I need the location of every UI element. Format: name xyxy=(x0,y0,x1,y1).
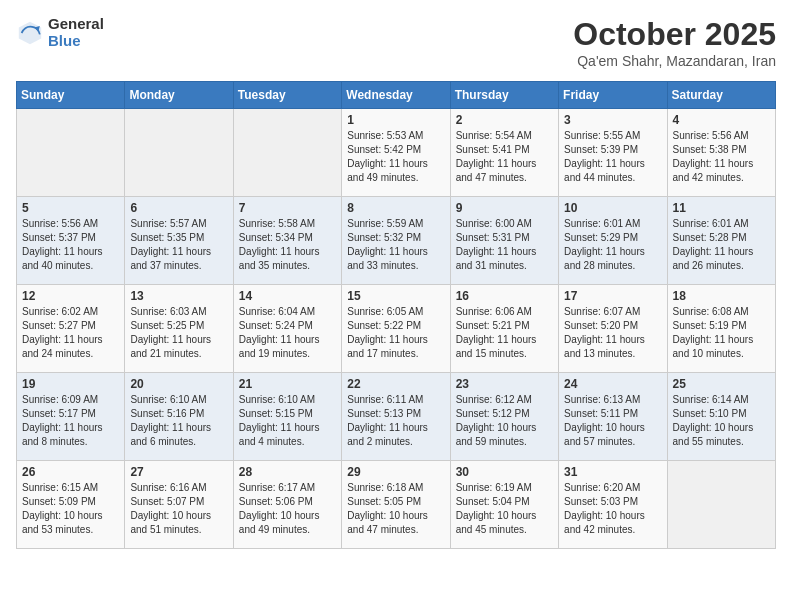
day-number: 30 xyxy=(456,465,553,479)
calendar-cell: 8Sunrise: 5:59 AM Sunset: 5:32 PM Daylig… xyxy=(342,197,450,285)
day-info: Sunrise: 6:17 AM Sunset: 5:06 PM Dayligh… xyxy=(239,481,336,537)
day-number: 18 xyxy=(673,289,770,303)
day-info: Sunrise: 6:07 AM Sunset: 5:20 PM Dayligh… xyxy=(564,305,661,361)
day-info: Sunrise: 6:03 AM Sunset: 5:25 PM Dayligh… xyxy=(130,305,227,361)
day-number: 16 xyxy=(456,289,553,303)
day-number: 3 xyxy=(564,113,661,127)
day-number: 7 xyxy=(239,201,336,215)
calendar-week-row: 19Sunrise: 6:09 AM Sunset: 5:17 PM Dayli… xyxy=(17,373,776,461)
title-block: October 2025 Qa'em Shahr, Mazandaran, Ir… xyxy=(573,16,776,69)
day-info: Sunrise: 6:10 AM Sunset: 5:16 PM Dayligh… xyxy=(130,393,227,449)
weekday-header: Thursday xyxy=(450,82,558,109)
calendar-week-row: 1Sunrise: 5:53 AM Sunset: 5:42 PM Daylig… xyxy=(17,109,776,197)
weekday-header: Monday xyxy=(125,82,233,109)
calendar-cell: 25Sunrise: 6:14 AM Sunset: 5:10 PM Dayli… xyxy=(667,373,775,461)
calendar-cell: 3Sunrise: 5:55 AM Sunset: 5:39 PM Daylig… xyxy=(559,109,667,197)
month-title: October 2025 xyxy=(573,16,776,53)
day-number: 8 xyxy=(347,201,444,215)
calendar-cell: 11Sunrise: 6:01 AM Sunset: 5:28 PM Dayli… xyxy=(667,197,775,285)
calendar-cell: 10Sunrise: 6:01 AM Sunset: 5:29 PM Dayli… xyxy=(559,197,667,285)
calendar-cell: 9Sunrise: 6:00 AM Sunset: 5:31 PM Daylig… xyxy=(450,197,558,285)
day-number: 5 xyxy=(22,201,119,215)
day-number: 27 xyxy=(130,465,227,479)
day-info: Sunrise: 6:15 AM Sunset: 5:09 PM Dayligh… xyxy=(22,481,119,537)
day-info: Sunrise: 6:10 AM Sunset: 5:15 PM Dayligh… xyxy=(239,393,336,449)
calendar-cell: 16Sunrise: 6:06 AM Sunset: 5:21 PM Dayli… xyxy=(450,285,558,373)
calendar-cell: 22Sunrise: 6:11 AM Sunset: 5:13 PM Dayli… xyxy=(342,373,450,461)
day-number: 13 xyxy=(130,289,227,303)
day-number: 28 xyxy=(239,465,336,479)
calendar-cell: 17Sunrise: 6:07 AM Sunset: 5:20 PM Dayli… xyxy=(559,285,667,373)
day-number: 15 xyxy=(347,289,444,303)
day-number: 21 xyxy=(239,377,336,391)
calendar-cell: 21Sunrise: 6:10 AM Sunset: 5:15 PM Dayli… xyxy=(233,373,341,461)
day-info: Sunrise: 5:55 AM Sunset: 5:39 PM Dayligh… xyxy=(564,129,661,185)
day-info: Sunrise: 6:14 AM Sunset: 5:10 PM Dayligh… xyxy=(673,393,770,449)
weekday-header: Wednesday xyxy=(342,82,450,109)
logo-blue-text: Blue xyxy=(48,33,104,50)
calendar-week-row: 12Sunrise: 6:02 AM Sunset: 5:27 PM Dayli… xyxy=(17,285,776,373)
weekday-header: Friday xyxy=(559,82,667,109)
calendar-cell: 20Sunrise: 6:10 AM Sunset: 5:16 PM Dayli… xyxy=(125,373,233,461)
day-number: 2 xyxy=(456,113,553,127)
day-info: Sunrise: 5:56 AM Sunset: 5:37 PM Dayligh… xyxy=(22,217,119,273)
day-info: Sunrise: 6:11 AM Sunset: 5:13 PM Dayligh… xyxy=(347,393,444,449)
day-number: 10 xyxy=(564,201,661,215)
calendar-cell: 30Sunrise: 6:19 AM Sunset: 5:04 PM Dayli… xyxy=(450,461,558,549)
calendar-week-row: 5Sunrise: 5:56 AM Sunset: 5:37 PM Daylig… xyxy=(17,197,776,285)
day-info: Sunrise: 6:06 AM Sunset: 5:21 PM Dayligh… xyxy=(456,305,553,361)
day-info: Sunrise: 5:56 AM Sunset: 5:38 PM Dayligh… xyxy=(673,129,770,185)
day-number: 31 xyxy=(564,465,661,479)
day-number: 1 xyxy=(347,113,444,127)
day-info: Sunrise: 6:20 AM Sunset: 5:03 PM Dayligh… xyxy=(564,481,661,537)
day-info: Sunrise: 5:54 AM Sunset: 5:41 PM Dayligh… xyxy=(456,129,553,185)
logo-icon xyxy=(16,19,44,47)
day-number: 17 xyxy=(564,289,661,303)
day-info: Sunrise: 5:53 AM Sunset: 5:42 PM Dayligh… xyxy=(347,129,444,185)
day-info: Sunrise: 6:18 AM Sunset: 5:05 PM Dayligh… xyxy=(347,481,444,537)
calendar-cell: 28Sunrise: 6:17 AM Sunset: 5:06 PM Dayli… xyxy=(233,461,341,549)
day-info: Sunrise: 6:12 AM Sunset: 5:12 PM Dayligh… xyxy=(456,393,553,449)
calendar-cell: 23Sunrise: 6:12 AM Sunset: 5:12 PM Dayli… xyxy=(450,373,558,461)
location-subtitle: Qa'em Shahr, Mazandaran, Iran xyxy=(573,53,776,69)
day-info: Sunrise: 6:02 AM Sunset: 5:27 PM Dayligh… xyxy=(22,305,119,361)
calendar-cell: 14Sunrise: 6:04 AM Sunset: 5:24 PM Dayli… xyxy=(233,285,341,373)
day-number: 23 xyxy=(456,377,553,391)
day-number: 20 xyxy=(130,377,227,391)
calendar-week-row: 26Sunrise: 6:15 AM Sunset: 5:09 PM Dayli… xyxy=(17,461,776,549)
day-info: Sunrise: 6:01 AM Sunset: 5:28 PM Dayligh… xyxy=(673,217,770,273)
calendar-cell: 15Sunrise: 6:05 AM Sunset: 5:22 PM Dayli… xyxy=(342,285,450,373)
day-number: 4 xyxy=(673,113,770,127)
calendar-cell: 27Sunrise: 6:16 AM Sunset: 5:07 PM Dayli… xyxy=(125,461,233,549)
day-info: Sunrise: 6:04 AM Sunset: 5:24 PM Dayligh… xyxy=(239,305,336,361)
day-info: Sunrise: 5:59 AM Sunset: 5:32 PM Dayligh… xyxy=(347,217,444,273)
calendar-cell: 29Sunrise: 6:18 AM Sunset: 5:05 PM Dayli… xyxy=(342,461,450,549)
logo-general-text: General xyxy=(48,16,104,33)
calendar-cell: 13Sunrise: 6:03 AM Sunset: 5:25 PM Dayli… xyxy=(125,285,233,373)
day-number: 29 xyxy=(347,465,444,479)
calendar-cell: 26Sunrise: 6:15 AM Sunset: 5:09 PM Dayli… xyxy=(17,461,125,549)
logo-text: General Blue xyxy=(48,16,104,49)
weekday-header: Saturday xyxy=(667,82,775,109)
weekday-header: Sunday xyxy=(17,82,125,109)
logo: General Blue xyxy=(16,16,104,49)
calendar-cell: 1Sunrise: 5:53 AM Sunset: 5:42 PM Daylig… xyxy=(342,109,450,197)
calendar-cell: 12Sunrise: 6:02 AM Sunset: 5:27 PM Dayli… xyxy=(17,285,125,373)
calendar-cell: 19Sunrise: 6:09 AM Sunset: 5:17 PM Dayli… xyxy=(17,373,125,461)
day-number: 11 xyxy=(673,201,770,215)
calendar-cell: 5Sunrise: 5:56 AM Sunset: 5:37 PM Daylig… xyxy=(17,197,125,285)
calendar-cell: 18Sunrise: 6:08 AM Sunset: 5:19 PM Dayli… xyxy=(667,285,775,373)
day-number: 24 xyxy=(564,377,661,391)
day-number: 22 xyxy=(347,377,444,391)
day-number: 14 xyxy=(239,289,336,303)
day-info: Sunrise: 6:19 AM Sunset: 5:04 PM Dayligh… xyxy=(456,481,553,537)
day-info: Sunrise: 6:00 AM Sunset: 5:31 PM Dayligh… xyxy=(456,217,553,273)
day-number: 9 xyxy=(456,201,553,215)
calendar-header-row: SundayMondayTuesdayWednesdayThursdayFrid… xyxy=(17,82,776,109)
day-number: 26 xyxy=(22,465,119,479)
day-info: Sunrise: 6:05 AM Sunset: 5:22 PM Dayligh… xyxy=(347,305,444,361)
calendar-cell xyxy=(667,461,775,549)
day-info: Sunrise: 6:16 AM Sunset: 5:07 PM Dayligh… xyxy=(130,481,227,537)
calendar-table: SundayMondayTuesdayWednesdayThursdayFrid… xyxy=(16,81,776,549)
day-number: 25 xyxy=(673,377,770,391)
